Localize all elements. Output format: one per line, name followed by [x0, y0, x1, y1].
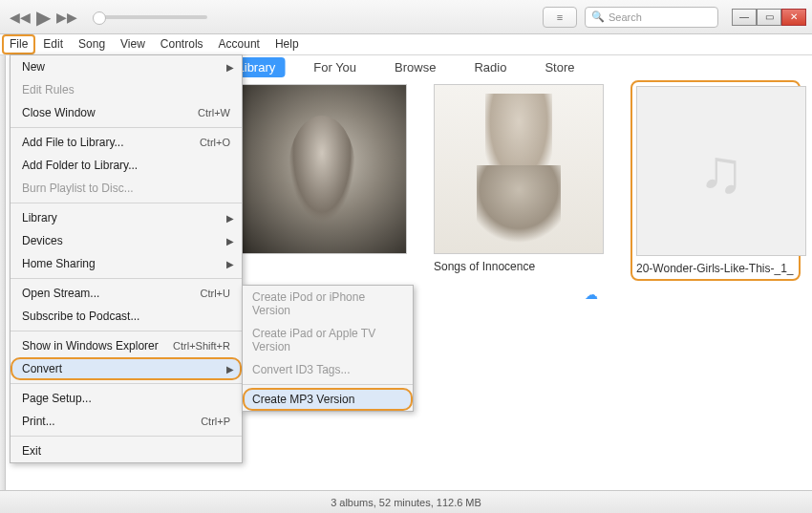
- chevron-right-icon: ▶: [226, 364, 234, 374]
- submenu-create-ipod: Create iPod or iPhone Version: [243, 286, 413, 322]
- maximize-button[interactable]: ▭: [757, 9, 781, 26]
- menu-print[interactable]: Print... Ctrl+P: [11, 410, 242, 433]
- menu-separator: [11, 127, 242, 128]
- album-item-selected[interactable]: ♫ 20-Wonder-Girls-Like-This-_1_: [630, 80, 801, 281]
- sidebar-edge: [0, 55, 6, 490]
- window-controls: — ▭ ✕: [732, 9, 806, 26]
- menu-show-explorer-label: Show in Windows Explorer: [22, 339, 159, 353]
- menu-add-file-label: Add File to Library...: [22, 136, 124, 149]
- album-title: 20-Wonder-Girls-Like-This-_1_: [636, 262, 795, 275]
- menu-add-folder-label: Add Folder to Library...: [22, 159, 138, 172]
- menu-controls[interactable]: Controls: [153, 34, 211, 54]
- album-item[interactable]: Songs of Innocence ☁: [434, 84, 604, 281]
- album-item[interactable]: ☁: [237, 84, 407, 281]
- submenu-ipod-label: Create iPod or iPhone Version: [252, 290, 403, 317]
- tab-radio[interactable]: Radio: [464, 57, 516, 77]
- tab-for-you[interactable]: For You: [304, 57, 366, 77]
- toolbar-right: ≡ 🔍 Search — ▭ ✕: [543, 7, 806, 28]
- menu-convert-label: Convert: [22, 362, 62, 375]
- menu-page-setup[interactable]: Page Setup...: [11, 387, 242, 410]
- shortcut-text: Ctrl+U: [201, 288, 230, 299]
- menu-separator: [11, 278, 242, 279]
- menu-song[interactable]: Song: [71, 34, 113, 54]
- shortcut-text: Ctrl+P: [201, 416, 230, 427]
- menu-burn-label: Burn Playlist to Disc...: [22, 182, 134, 195]
- submenu-create-mp3[interactable]: Create MP3 Version: [243, 388, 413, 411]
- album-art[interactable]: [434, 84, 604, 254]
- menu-file[interactable]: File: [2, 34, 35, 54]
- player-toolbar: ◀◀ ▶ ▶▶ ≡ 🔍 Search — ▭ ✕: [0, 0, 812, 34]
- menu-open-stream-label: Open Stream...: [22, 287, 99, 300]
- file-menu-dropdown: New ▶ Edit Rules Close Window Ctrl+W Add…: [10, 54, 243, 463]
- cloud-download-icon[interactable]: ☁: [585, 287, 598, 302]
- menu-new[interactable]: New ▶: [11, 55, 242, 78]
- submenu-ipad-label: Create iPad or Apple TV Version: [252, 327, 403, 353]
- chevron-right-icon: ▶: [226, 259, 234, 269]
- album-title: Songs of Innocence: [434, 260, 604, 273]
- menu-new-label: New: [22, 60, 45, 74]
- menu-close-window-label: Close Window: [22, 106, 96, 119]
- menu-separator: [243, 384, 413, 385]
- menu-devices[interactable]: Devices ▶: [11, 229, 242, 252]
- menu-bar: File Edit Song View Controls Account Hel…: [0, 34, 812, 55]
- submenu-id3-label: Convert ID3 Tags...: [252, 363, 351, 376]
- menu-open-stream[interactable]: Open Stream... Ctrl+U: [11, 282, 242, 305]
- submenu-create-ipad: Create iPad or Apple TV Version: [243, 322, 413, 358]
- shortcut-text: Ctrl+O: [200, 137, 230, 148]
- content-tabs: Library For You Browse Radio Store: [228, 57, 585, 77]
- menu-exit[interactable]: Exit: [11, 439, 242, 462]
- status-bar: 3 albums, 52 minutes, 112.6 MB: [0, 490, 812, 513]
- menu-edit-rules: Edit Rules: [11, 78, 242, 101]
- close-button[interactable]: ✕: [781, 9, 806, 26]
- music-note-icon: ♫: [698, 136, 744, 206]
- next-button[interactable]: ▶▶: [56, 10, 77, 25]
- chevron-right-icon: ▶: [226, 236, 234, 246]
- menu-convert[interactable]: Convert ▶: [11, 357, 242, 380]
- album-art-placeholder[interactable]: ♫: [636, 86, 806, 256]
- list-view-button[interactable]: ≡: [543, 7, 577, 28]
- menu-subscribe-podcast[interactable]: Subscribe to Podcast...: [11, 305, 242, 328]
- submenu-mp3-label: Create MP3 Version: [252, 393, 354, 406]
- menu-add-file[interactable]: Add File to Library... Ctrl+O: [11, 131, 242, 154]
- menu-separator: [11, 331, 242, 331]
- menu-home-sharing[interactable]: Home Sharing ▶: [11, 252, 242, 275]
- tab-browse[interactable]: Browse: [385, 57, 445, 77]
- menu-burn-playlist: Burn Playlist to Disc...: [11, 177, 242, 200]
- shortcut-text: Ctrl+Shift+R: [173, 340, 230, 352]
- chevron-right-icon: ▶: [226, 213, 234, 224]
- menu-subscribe-label: Subscribe to Podcast...: [22, 310, 139, 323]
- volume-slider[interactable]: [93, 15, 207, 19]
- submenu-convert-id3: Convert ID3 Tags...: [243, 358, 413, 381]
- menu-close-window[interactable]: Close Window Ctrl+W: [11, 101, 242, 124]
- status-text: 3 albums, 52 minutes, 112.6 MB: [331, 497, 481, 508]
- convert-submenu: Create iPod or iPhone Version Create iPa…: [242, 285, 414, 412]
- menu-account[interactable]: Account: [211, 34, 267, 54]
- albums-grid: ☁ Songs of Innocence ☁ ♫ 20-Wonder-Girls…: [237, 84, 801, 281]
- menu-edit[interactable]: Edit: [35, 34, 71, 54]
- menu-print-label: Print...: [22, 415, 55, 428]
- menu-separator: [11, 436, 242, 437]
- album-art[interactable]: [237, 84, 407, 254]
- menu-library[interactable]: Library ▶: [11, 206, 242, 229]
- menu-add-folder[interactable]: Add Folder to Library...: [11, 154, 242, 177]
- menu-edit-rules-label: Edit Rules: [22, 83, 75, 96]
- menu-separator: [11, 203, 242, 203]
- menu-home-sharing-label: Home Sharing: [22, 257, 96, 270]
- play-button[interactable]: ▶: [36, 6, 51, 29]
- menu-library-label: Library: [22, 211, 57, 224]
- previous-button[interactable]: ◀◀: [10, 10, 31, 25]
- menu-show-explorer[interactable]: Show in Windows Explorer Ctrl+Shift+R: [11, 334, 242, 357]
- search-input[interactable]: 🔍 Search: [585, 7, 718, 28]
- search-icon: 🔍: [591, 11, 605, 23]
- tab-store[interactable]: Store: [535, 57, 584, 77]
- menu-separator: [11, 383, 242, 384]
- search-placeholder: Search: [609, 11, 642, 23]
- shortcut-text: Ctrl+W: [198, 107, 230, 118]
- menu-exit-label: Exit: [22, 444, 41, 458]
- menu-help[interactable]: Help: [267, 34, 307, 54]
- minimize-button[interactable]: —: [732, 9, 757, 26]
- menu-view[interactable]: View: [113, 34, 153, 54]
- chevron-right-icon: ▶: [226, 62, 234, 73]
- playback-controls: ◀◀ ▶ ▶▶: [10, 6, 207, 29]
- menu-devices-label: Devices: [22, 234, 63, 247]
